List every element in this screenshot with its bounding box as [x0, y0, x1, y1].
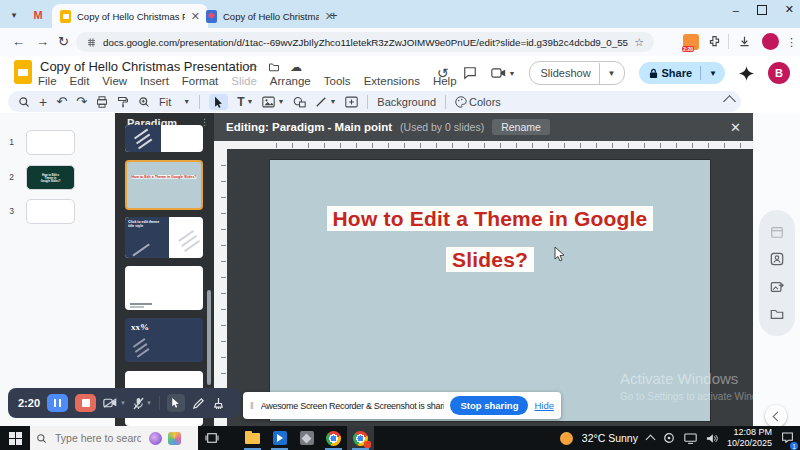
bookmark-star-icon[interactable]: ☆ [634, 36, 644, 49]
drag-handle-icon[interactable]: ‖ [250, 401, 255, 411]
extensions-puzzle-icon[interactable] [708, 35, 721, 48]
menu-format[interactable]: Format [182, 75, 218, 87]
slideshow-button[interactable]: Slideshow ▼ [529, 61, 624, 85]
image-export-icon[interactable] [770, 280, 784, 294]
weather-text[interactable]: 32°C Sunny [582, 432, 638, 444]
layout-thumbnail-title-body[interactable]: Click to edit theme title style [125, 217, 203, 258]
layout-thumbnail-big-number[interactable]: xx% [125, 318, 203, 362]
address-bar[interactable]: docs.google.com/presentation/d/1tac--69w… [76, 32, 654, 52]
slide-thumbnail-3[interactable] [26, 199, 75, 224]
contacts-icon[interactable] [770, 252, 784, 266]
menu-view[interactable]: View [102, 75, 127, 87]
zoom-icon[interactable] [138, 96, 150, 108]
cloud-status-icon[interactable]: ☁ [290, 60, 302, 74]
calendar-icon[interactable] [770, 225, 784, 239]
chrome-active-button[interactable] [347, 426, 374, 450]
colors-button[interactable]: Colors [455, 96, 501, 108]
document-title[interactable]: Copy of Hello Christmas Presentation [40, 59, 257, 74]
hide-link[interactable]: Hide [534, 400, 554, 411]
zoom-select[interactable]: Fit▼ [159, 96, 190, 108]
microphone-toggle[interactable]: ▼ [133, 397, 152, 410]
pinned-gmail-tab[interactable]: M [28, 6, 48, 24]
account-avatar[interactable]: B [768, 62, 790, 84]
insert-image-tool[interactable]: ▼ [262, 96, 284, 108]
menu-edit[interactable]: Edit [70, 75, 90, 87]
panel-scrollbar[interactable] [207, 290, 211, 385]
network-icon[interactable] [684, 433, 697, 444]
webcam-toggle[interactable]: ▼ [103, 397, 126, 409]
insert-shape-tool[interactable] [293, 96, 306, 108]
notification-center-button[interactable]: 1 [781, 429, 794, 447]
browser-profile-avatar[interactable] [762, 33, 779, 50]
start-button[interactable] [0, 426, 30, 450]
reload-icon[interactable]: ↻ [58, 34, 69, 49]
paint-format-icon[interactable] [117, 96, 129, 108]
folder-icon[interactable] [770, 307, 784, 321]
meet-camera-control[interactable]: ▼ [491, 67, 516, 79]
layout-thumbnail-title[interactable] [125, 125, 203, 152]
layout-thumbnail-caption[interactable] [125, 266, 203, 310]
taskbar-search[interactable] [30, 426, 198, 450]
slides-app-icon[interactable] [14, 60, 32, 84]
chevron-down-icon[interactable]: ▼ [120, 400, 126, 406]
browser-tab-active[interactable]: Copy of Hello Christmas Presen ✕ [52, 4, 208, 28]
share-dropdown-icon[interactable]: ▼ [701, 69, 725, 78]
menu-file[interactable]: File [38, 75, 57, 87]
close-button[interactable]: ✕ [785, 3, 794, 16]
file-explorer-button[interactable] [239, 426, 266, 450]
comment-icon[interactable] [463, 66, 477, 80]
gemini-icon[interactable] [739, 66, 754, 81]
menu-tools[interactable]: Tools [324, 75, 351, 87]
tray-app-icon[interactable] [663, 432, 675, 444]
print-icon[interactable] [96, 96, 108, 108]
slide-thumbnail-1[interactable] [26, 130, 75, 155]
search-highlight-icon[interactable] [149, 432, 162, 445]
back-icon[interactable]: ← [12, 34, 25, 49]
site-info-icon[interactable] [86, 37, 97, 48]
search-menus-icon[interactable] [18, 96, 30, 108]
share-button[interactable]: Share ▼ [639, 62, 726, 84]
photos-app-button[interactable] [293, 426, 320, 450]
slide-title-line2[interactable]: Slides? [270, 248, 710, 272]
browser-tab-inactive[interactable]: Copy of Hello Christmas Presen ✕ [198, 4, 342, 28]
minimize-button[interactable]: – [733, 4, 739, 16]
move-folder-icon[interactable] [268, 61, 280, 73]
stop-recording-button[interactable] [75, 394, 96, 412]
layout-thumbnail-main-point-selected[interactable]: How to Edit a Theme in Google Slides? [125, 160, 203, 210]
taskbar-clock[interactable]: 12:08 PM 10/20/2025 [727, 427, 772, 450]
redo-icon[interactable]: ↷ [76, 94, 87, 109]
version-history-icon[interactable]: ↺ [437, 65, 449, 81]
search-input[interactable] [53, 431, 143, 445]
background-button[interactable]: Background [377, 96, 436, 108]
speaker-icon[interactable] [706, 433, 718, 444]
maximize-button[interactable] [757, 5, 767, 15]
menu-extensions[interactable]: Extensions [364, 75, 420, 87]
slideshow-dropdown-icon[interactable]: ▼ [600, 69, 624, 78]
download-icon[interactable] [738, 35, 751, 48]
forward-icon[interactable]: → [36, 34, 49, 49]
chrome-button[interactable] [320, 426, 347, 450]
tab-search-icon[interactable]: ▾ [6, 7, 22, 23]
menu-arrange[interactable]: Arrange [270, 75, 311, 87]
movies-app-button[interactable] [266, 426, 293, 450]
slide-title-line1[interactable]: How to Edit a Theme in Google [270, 207, 710, 231]
browser-menu-kebab-icon[interactable]: ⋮ [786, 36, 797, 49]
menu-insert[interactable]: Insert [140, 75, 169, 87]
select-tool[interactable] [209, 94, 228, 110]
recorder-extension-icon[interactable]: 2:20 [683, 34, 699, 50]
text-box-tool[interactable]: T▼ [237, 95, 253, 109]
pointer-tool-active[interactable] [167, 394, 185, 412]
pause-recording-button[interactable] [47, 394, 68, 412]
brush-tool-icon[interactable] [212, 397, 225, 410]
chevron-down-icon[interactable]: ▼ [146, 400, 152, 406]
star-icon[interactable]: ☆ [248, 61, 258, 74]
search-decoration-icon[interactable] [168, 432, 181, 445]
undo-icon[interactable]: ↶ [56, 94, 67, 109]
pen-tool-icon[interactable] [192, 397, 205, 410]
insert-placeholder-tool[interactable] [345, 96, 358, 108]
insert-line-tool[interactable]: ▼ [315, 96, 336, 108]
new-slide-icon[interactable]: + [39, 94, 47, 110]
stop-sharing-button[interactable]: Stop sharing [450, 396, 528, 415]
collapse-panel-button[interactable] [765, 405, 787, 427]
slide-thumbnail-2[interactable]: How to Edit a Theme in Google Slides? [26, 165, 75, 190]
